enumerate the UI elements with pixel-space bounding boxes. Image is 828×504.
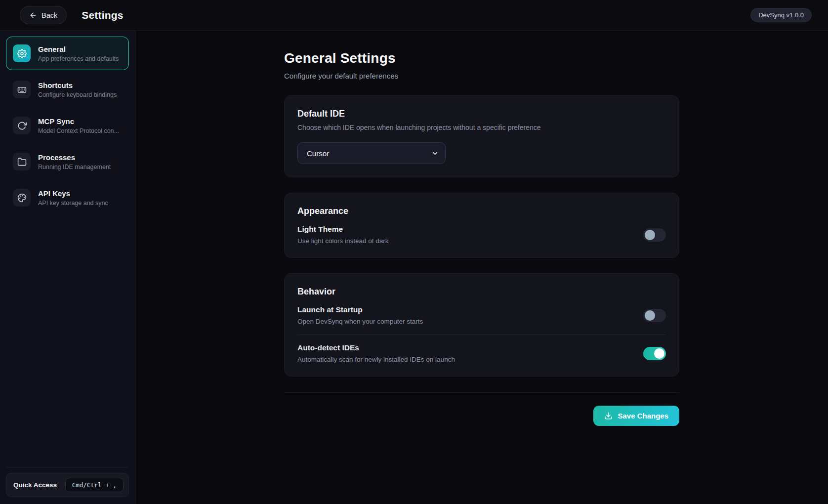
card-title: Behavior <box>297 287 666 297</box>
back-button-label: Back <box>41 11 57 19</box>
sidebar-item-label: API Keys <box>38 189 108 198</box>
launch-at-startup-toggle[interactable] <box>643 309 666 322</box>
gear-icon <box>13 44 31 62</box>
default-ide-selected-value: Cursor <box>307 149 329 158</box>
folder-icon <box>13 153 31 170</box>
version-badge: DevSynq v1.0.0 <box>750 8 812 22</box>
save-changes-label: Save Changes <box>618 412 668 420</box>
sidebar-item-shortcuts[interactable]: Shortcuts Configure keyboard bindings <box>6 73 129 106</box>
arrow-left-icon <box>29 11 37 19</box>
auto-detect-ides-row: Auto-detect IDEs Automatically scan for … <box>297 343 666 363</box>
main-area: General Settings Configure your default … <box>135 31 828 504</box>
sidebar-item-description: Running IDE management <box>38 164 111 170</box>
keyboard-icon <box>13 81 31 98</box>
topbar: Back Settings DevSynq v1.0.0 <box>0 0 828 31</box>
setting-label: Auto-detect IDEs <box>297 343 455 352</box>
light-theme-toggle[interactable] <box>643 228 666 242</box>
download-icon <box>604 412 613 420</box>
section-title: General Settings <box>284 50 679 66</box>
toggle-knob <box>645 230 655 240</box>
card-description: Choose which IDE opens when launching pr… <box>297 124 666 131</box>
default-ide-select[interactable]: Cursor <box>297 142 446 164</box>
chevron-down-icon <box>431 150 439 157</box>
sidebar-item-mcp-sync[interactable]: MCP Sync Model Context Protocol con... <box>6 109 129 142</box>
setting-description: Use light colors instead of dark <box>297 237 389 245</box>
save-changes-button[interactable]: Save Changes <box>593 406 679 426</box>
setting-label: Launch at Startup <box>297 305 423 314</box>
palette-icon <box>13 189 31 207</box>
light-theme-row: Light Theme Use light colors instead of … <box>297 225 666 245</box>
sidebar-item-label: MCP Sync <box>38 117 119 126</box>
quick-access-hint: Quick Access Cmd/Ctrl + , <box>6 473 129 497</box>
quick-access-shortcut: Cmd/Ctrl + , <box>65 478 124 492</box>
sidebar-item-description: App preferences and defaults <box>38 55 119 62</box>
auto-detect-ides-toggle[interactable] <box>643 347 666 360</box>
sidebar-item-general[interactable]: General App preferences and defaults <box>6 37 129 70</box>
sidebar-item-label: Shortcuts <box>38 81 117 89</box>
sidebar-item-description: Model Context Protocol con... <box>38 127 119 134</box>
launch-at-startup-row: Launch at Startup Open DevSynq when your… <box>297 305 666 325</box>
toggle-knob <box>654 348 664 359</box>
appearance-card: Appearance Light Theme Use light colors … <box>284 193 679 258</box>
page-title: Settings <box>82 9 123 21</box>
quick-access-label: Quick Access <box>13 481 57 489</box>
sidebar-item-api-keys[interactable]: API Keys API key storage and sync <box>6 181 129 214</box>
settings-content: General Settings Configure your default … <box>284 31 679 504</box>
sidebar-item-description: API key storage and sync <box>38 200 108 207</box>
setting-description: Open DevSynq when your computer starts <box>297 318 423 325</box>
sidebar-footer: Quick Access Cmd/Ctrl + , <box>6 467 129 497</box>
sidebar-item-description: Configure keyboard bindings <box>38 91 117 98</box>
row-divider <box>297 335 666 335</box>
default-ide-card: Default IDE Choose which IDE opens when … <box>284 95 679 177</box>
card-title: Default IDE <box>297 109 666 119</box>
sidebar-item-label: Processes <box>38 153 111 162</box>
sidebar-item-processes[interactable]: Processes Running IDE management <box>6 145 129 178</box>
back-button[interactable]: Back <box>20 6 67 24</box>
card-title: Appearance <box>297 206 666 216</box>
section-subtitle: Configure your default preferences <box>284 72 679 80</box>
app-shell: General App preferences and defaults Sho… <box>0 31 828 504</box>
settings-sidebar: General App preferences and defaults Sho… <box>0 31 135 504</box>
content-divider <box>284 392 679 393</box>
setting-description: Automatically scan for newly installed I… <box>297 356 455 363</box>
sync-icon <box>13 117 31 134</box>
setting-label: Light Theme <box>297 225 389 234</box>
toggle-knob <box>645 310 655 321</box>
behavior-card: Behavior Launch at Startup Open DevSynq … <box>284 273 679 377</box>
actions-row: Save Changes <box>284 406 679 426</box>
sidebar-item-label: General <box>38 45 119 53</box>
